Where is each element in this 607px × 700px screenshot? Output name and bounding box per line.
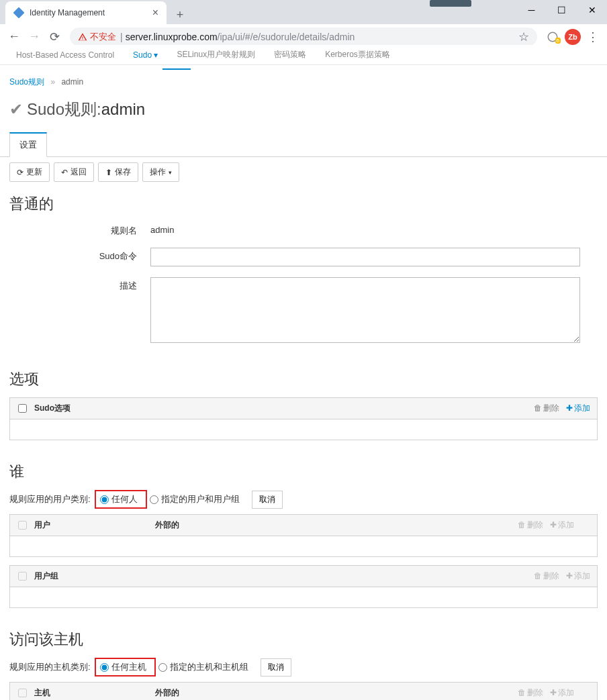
plus-icon: ✚	[550, 520, 557, 530]
forward-button[interactable]: →	[24, 27, 44, 47]
trash-icon: 🗑	[518, 688, 526, 697]
breadcrumb-sep: »	[50, 77, 55, 87]
label-description: 描述	[9, 277, 150, 292]
browser-chrome: Identity Management × + ← → ⟳ 不安全 | serv…	[0, 0, 607, 50]
section-options-heading: 选项	[9, 369, 598, 389]
window-close[interactable]	[577, 0, 607, 20]
nav-password[interactable]: 密码策略	[274, 49, 306, 60]
tab-close-icon[interactable]: ×	[152, 7, 158, 19]
window-maximize[interactable]	[547, 0, 577, 20]
table-options: Sudo选项 🗑删除 ✚添加	[9, 397, 598, 440]
tab-settings[interactable]: 设置	[9, 132, 47, 157]
delete-usergroups: 🗑删除	[534, 570, 559, 582]
url-host: server.linuxprobe.com	[126, 32, 218, 42]
window-minimize[interactable]	[516, 0, 547, 20]
label-sudo-order: Sudo命令	[9, 248, 150, 262]
plus-icon: ✚	[550, 688, 557, 697]
col-external-hosts: 外部的	[155, 687, 518, 699]
col-external-users: 外部的	[155, 519, 518, 531]
bookmark-star-icon[interactable]: ☆	[518, 30, 529, 44]
nav-kerberos[interactable]: Kerberos票据策略	[325, 49, 390, 60]
label-rule-name: 规则名	[9, 222, 150, 237]
nav-hbac[interactable]: Host-Based Access Control	[16, 50, 114, 60]
breadcrumb-parent[interactable]: Sudo规则	[9, 77, 44, 87]
nav-selinux[interactable]: SELinux用户映射规则	[177, 49, 255, 60]
back-button-page[interactable]: ↶返回	[54, 162, 94, 182]
table-users-body	[10, 536, 597, 556]
radio-specified-hosts[interactable]	[158, 663, 167, 672]
section-who-heading: 谁	[9, 462, 598, 482]
delete-options[interactable]: 🗑删除	[534, 403, 559, 414]
table-users: 用户 外部的 🗑删除 ✚添加	[9, 514, 598, 557]
trash-icon: 🗑	[518, 520, 526, 530]
address-bar[interactable]: 不安全 | server.linuxprobe.com/ipa/ui/#/e/s…	[70, 28, 537, 46]
section-hosts-heading: 访问该主机	[9, 630, 598, 650]
trash-icon: 🗑	[534, 403, 542, 413]
extension-1-icon[interactable]: 6	[545, 29, 561, 45]
svg-rect-0	[13, 7, 24, 18]
label-host-category: 规则应用的主机类别:	[9, 661, 91, 673]
check-icon: ✔	[9, 100, 23, 119]
input-sudo-order[interactable]	[150, 248, 580, 266]
add-options[interactable]: ✚添加	[566, 403, 590, 414]
checkbox-all-usergroups	[18, 572, 27, 581]
col-hosts: 主机	[34, 687, 155, 699]
label-user-category: 规则应用的用户类别:	[9, 493, 91, 505]
trash-icon: 🗑	[534, 571, 542, 581]
back-button[interactable]: ←	[4, 27, 24, 47]
browser-tab[interactable]: Identity Management ×	[5, 1, 167, 24]
section-hosts: 访问该主机 规则应用的主机类别: 任何主机 指定的主机和主机组 取消 主机 外部…	[0, 623, 607, 700]
page-title: ✔ Sudo规则: admin	[0, 95, 607, 132]
refresh-button[interactable]: ⟳更新	[9, 162, 50, 182]
url-path: /ipa/ui/#/e/sudorule/details/admin	[218, 32, 355, 42]
extension-2-icon[interactable]: Zb	[565, 29, 581, 45]
section-general: 普通的 规则名 admin Sudo命令 描述	[0, 187, 607, 362]
nav-sudo[interactable]: Sudo ▾	[133, 50, 158, 60]
checkbox-all-hosts	[18, 689, 27, 697]
section-who: 谁 规则应用的用户类别: 任何人 指定的用户和用户组 取消 用户 外部的 🗑删除…	[0, 455, 607, 623]
security-warning[interactable]: 不安全	[78, 31, 116, 43]
section-options: 选项 Sudo选项 🗑删除 ✚添加	[0, 362, 607, 455]
user-category-row: 规则应用的用户类别: 任何人 指定的用户和用户组 取消	[9, 490, 598, 509]
upload-icon: ⬆	[105, 168, 112, 177]
delete-users: 🗑删除	[518, 519, 543, 531]
cancel-who-button[interactable]: 取消	[252, 491, 283, 509]
section-general-heading: 普通的	[9, 194, 598, 214]
favicon-icon	[13, 7, 24, 18]
value-rule-name: admin	[150, 222, 598, 235]
add-hosts: ✚添加	[550, 687, 574, 699]
cancel-hosts-button[interactable]: 取消	[261, 658, 291, 677]
browser-menu-icon[interactable]: ⋮	[583, 30, 603, 44]
add-users: ✚添加	[550, 519, 574, 531]
page-nav: Host-Based Access Control Sudo ▾ SELinux…	[0, 45, 607, 65]
table-usergroups-body	[10, 587, 597, 607]
new-tab-button[interactable]: +	[171, 5, 189, 24]
reload-button[interactable]: ⟳	[44, 27, 64, 47]
radio-specified-users[interactable]	[150, 495, 158, 504]
refresh-icon: ⟳	[17, 168, 24, 177]
radio-anyone[interactable]	[100, 495, 109, 504]
checkbox-all-options[interactable]	[18, 404, 27, 413]
action-bar: ⟳更新 ↶返回 ⬆保存 操作 ▾	[0, 157, 607, 187]
extension-badge: 6	[555, 38, 561, 44]
subtabs: 设置	[0, 132, 607, 157]
rule-name: admin	[101, 100, 145, 119]
url-divider: |	[120, 32, 123, 42]
highlight-anyone: 任何人	[95, 490, 147, 509]
undo-icon: ↶	[61, 168, 68, 177]
decorative-bar	[430, 0, 471, 7]
col-users: 用户	[34, 519, 155, 531]
plus-icon: ✚	[566, 571, 573, 581]
add-usergroups: ✚添加	[566, 570, 590, 582]
highlight-anyhost: 任何主机	[95, 658, 156, 677]
radio-anyhost[interactable]	[100, 663, 109, 672]
delete-hosts: 🗑删除	[518, 687, 543, 699]
col-usergroups: 用户组	[34, 570, 534, 582]
actions-button[interactable]: 操作 ▾	[142, 162, 179, 182]
breadcrumb: Sudo规则 » admin	[0, 70, 607, 95]
table-options-body	[10, 419, 597, 440]
tab-title: Identity Management	[30, 8, 152, 17]
textarea-description[interactable]	[150, 277, 580, 343]
table-user-groups: 用户组 🗑删除 ✚添加	[9, 565, 598, 608]
save-button[interactable]: ⬆保存	[98, 162, 138, 182]
